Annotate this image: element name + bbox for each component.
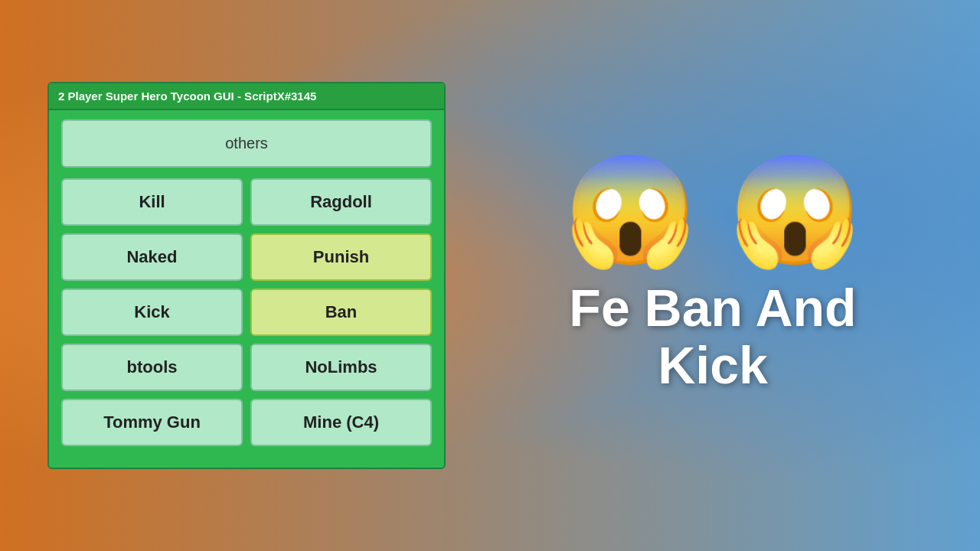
punish-button[interactable]: Punish bbox=[250, 233, 432, 281]
btools-button[interactable]: btools bbox=[61, 344, 243, 391]
panel-body: others KillRagdollNakedPunishKickBanbtoo… bbox=[49, 110, 444, 455]
kick-button[interactable]: Kick bbox=[61, 289, 243, 336]
kill-button[interactable]: Kill bbox=[61, 178, 243, 226]
panel-title: 2 Player Super Hero Tycoon GUI - ScriptX… bbox=[49, 83, 444, 110]
big-text: Fe Ban And Kick bbox=[569, 279, 856, 394]
nolimbs-button[interactable]: NoLimbs bbox=[250, 344, 432, 391]
button-grid: KillRagdollNakedPunishKickBanbtoolsNoLim… bbox=[61, 178, 432, 446]
naked-button[interactable]: Naked bbox=[61, 233, 243, 281]
emoji-1: 😱 bbox=[564, 157, 697, 264]
big-text-line1: Fe Ban And bbox=[569, 279, 856, 337]
emoji-row: 😱 😱 bbox=[564, 157, 862, 264]
tommy-gun-button[interactable]: Tommy Gun bbox=[61, 399, 243, 446]
ban-button[interactable]: Ban bbox=[250, 289, 432, 336]
others-button[interactable]: others bbox=[61, 119, 432, 168]
big-text-line2: Kick bbox=[569, 337, 856, 394]
gui-panel: 2 Player Super Hero Tycoon GUI - ScriptX… bbox=[47, 82, 446, 469]
emoji-2: 😱 bbox=[728, 157, 862, 264]
right-panel: 😱 😱 Fe Ban And Kick bbox=[446, 142, 980, 409]
mine-button[interactable]: Mine (C4) bbox=[250, 399, 432, 446]
ragdoll-button[interactable]: Ragdoll bbox=[250, 178, 432, 226]
